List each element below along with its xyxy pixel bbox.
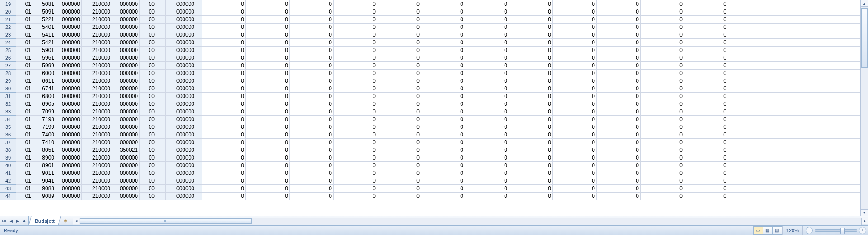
cell[interactable] xyxy=(196,54,202,62)
cell[interactable]: 0 xyxy=(684,70,728,77)
cell[interactable]: 01 xyxy=(16,8,33,16)
cell[interactable]: 0 xyxy=(684,146,728,154)
cell[interactable]: 0 xyxy=(684,154,728,162)
cell[interactable]: 0 xyxy=(334,154,377,162)
cell[interactable]: 0 xyxy=(202,177,246,185)
cell[interactable]: 0 xyxy=(597,108,641,116)
cell[interactable]: 0 xyxy=(597,0,641,8)
cell[interactable]: 0 xyxy=(684,54,728,62)
cell[interactable]: 0 xyxy=(290,93,334,100)
cell[interactable]: 9011 xyxy=(33,169,56,177)
cell[interactable] xyxy=(156,0,166,8)
cell[interactable] xyxy=(728,62,867,70)
cell[interactable]: 00 xyxy=(140,139,156,146)
cell[interactable]: 000000 xyxy=(56,169,82,177)
cell[interactable] xyxy=(196,8,202,16)
cell[interactable]: 6611 xyxy=(33,77,56,85)
cell[interactable]: 0 xyxy=(597,169,641,177)
cell[interactable]: 000000 xyxy=(56,47,82,54)
cell[interactable]: 0 xyxy=(421,123,465,131)
cell[interactable]: 000000 xyxy=(112,193,140,200)
cell[interactable]: 00 xyxy=(140,24,156,31)
cell[interactable]: 0 xyxy=(553,193,597,200)
cell[interactable]: 210000 xyxy=(82,139,112,146)
cell[interactable] xyxy=(156,123,166,131)
cell[interactable]: 000000 xyxy=(112,62,140,70)
cell[interactable]: 01 xyxy=(16,185,33,193)
cell[interactable]: 210000 xyxy=(82,185,112,193)
row-header[interactable]: 40 xyxy=(0,162,16,169)
cell[interactable]: 0 xyxy=(246,193,290,200)
cell[interactable]: 0 xyxy=(684,31,728,39)
cell[interactable] xyxy=(728,131,867,139)
cell[interactable]: 0 xyxy=(202,54,246,62)
cell[interactable]: 210000 xyxy=(82,177,112,185)
cell[interactable]: 0 xyxy=(684,62,728,70)
cell[interactable]: 0 xyxy=(334,31,377,39)
cell[interactable]: 000000 xyxy=(166,16,196,24)
cell[interactable]: 210000 xyxy=(82,123,112,131)
row-header[interactable]: 22 xyxy=(0,24,16,31)
cell[interactable]: 210000 xyxy=(82,100,112,108)
cell[interactable] xyxy=(196,154,202,162)
tab-nav-first[interactable]: ⏮ xyxy=(1,218,7,224)
cell[interactable]: 0 xyxy=(597,16,641,24)
cell[interactable] xyxy=(196,169,202,177)
cell[interactable]: 0 xyxy=(377,154,421,162)
cell[interactable]: 0 xyxy=(334,39,377,47)
cell[interactable]: 210000 xyxy=(82,85,112,93)
row-header[interactable]: 33 xyxy=(0,108,16,116)
cell[interactable]: 000000 xyxy=(56,54,82,62)
cell[interactable]: 000000 xyxy=(56,123,82,131)
hscroll-thumb[interactable] xyxy=(80,218,252,224)
cell[interactable]: 00 xyxy=(140,193,156,200)
cell[interactable]: 0 xyxy=(334,70,377,77)
cell[interactable]: 000000 xyxy=(166,62,196,70)
cell[interactable]: 5401 xyxy=(33,24,56,31)
cell[interactable]: 00 xyxy=(140,16,156,24)
cell[interactable]: 0 xyxy=(202,85,246,93)
cell[interactable]: 0 xyxy=(202,0,246,8)
cell[interactable]: 0 xyxy=(641,185,684,193)
cell[interactable]: 0 xyxy=(334,85,377,93)
cell[interactable]: 0 xyxy=(553,154,597,162)
cell[interactable]: 210000 xyxy=(82,116,112,123)
cell[interactable]: 00 xyxy=(140,108,156,116)
cell[interactable]: 0 xyxy=(421,131,465,139)
cell[interactable]: 000000 xyxy=(56,116,82,123)
cell[interactable]: 0 xyxy=(465,8,509,16)
cell[interactable] xyxy=(196,108,202,116)
cell[interactable]: 0 xyxy=(465,185,509,193)
cell[interactable]: 0 xyxy=(509,62,553,70)
cell[interactable] xyxy=(728,31,867,39)
cell[interactable]: 01 xyxy=(16,62,33,70)
cell[interactable]: 0 xyxy=(465,93,509,100)
cell[interactable]: 0 xyxy=(684,185,728,193)
row-header[interactable]: 38 xyxy=(0,146,16,154)
cell[interactable]: 00 xyxy=(140,47,156,54)
cell[interactable] xyxy=(156,185,166,193)
cell[interactable]: 0 xyxy=(597,123,641,131)
cell[interactable] xyxy=(196,16,202,24)
cell[interactable] xyxy=(156,108,166,116)
zoom-in-button[interactable]: + xyxy=(859,227,866,234)
cell[interactable]: 0 xyxy=(290,177,334,185)
cell[interactable] xyxy=(156,177,166,185)
cell[interactable]: 000000 xyxy=(112,16,140,24)
cell[interactable]: 0 xyxy=(421,169,465,177)
cell[interactable]: 210000 xyxy=(82,77,112,85)
row-header[interactable]: 31 xyxy=(0,93,16,100)
cell[interactable]: 0 xyxy=(465,54,509,62)
cell[interactable]: 00 xyxy=(140,54,156,62)
cell[interactable]: 0 xyxy=(246,93,290,100)
cell[interactable]: 000000 xyxy=(166,177,196,185)
cell[interactable]: 0 xyxy=(246,77,290,85)
cell[interactable]: 210000 xyxy=(82,39,112,47)
cell[interactable]: 0 xyxy=(421,177,465,185)
cell[interactable]: 0 xyxy=(202,108,246,116)
cell[interactable]: 000000 xyxy=(166,85,196,93)
cell[interactable]: 0 xyxy=(246,85,290,93)
cell[interactable]: 0 xyxy=(246,131,290,139)
cell[interactable]: 210000 xyxy=(82,62,112,70)
row-header[interactable]: 20 xyxy=(0,8,16,16)
